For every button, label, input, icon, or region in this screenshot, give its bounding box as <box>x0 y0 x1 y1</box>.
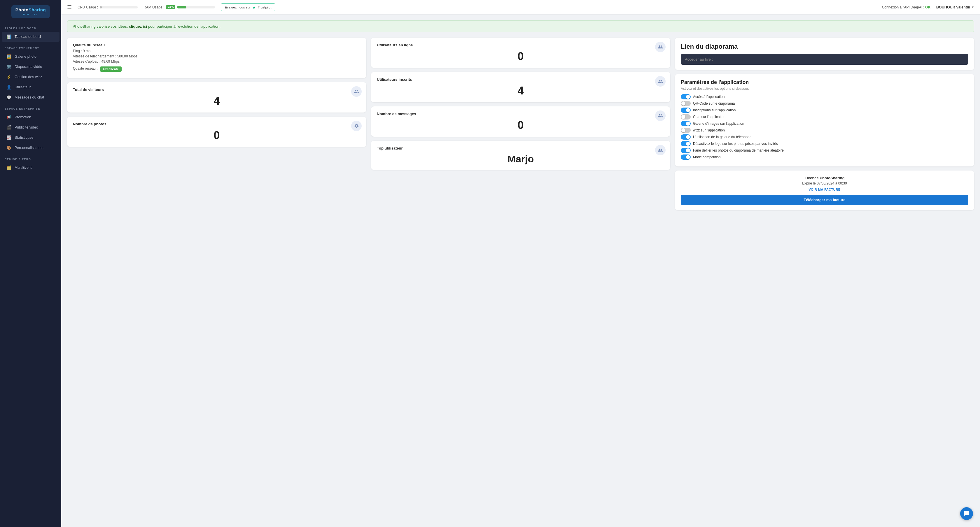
sidebar-item-publicite-video[interactable]: 🎬Publicité vidéo <box>2 122 59 132</box>
app-params-card: Paramètres de l'application Activez et d… <box>675 74 974 167</box>
toggle-knob-acces-app <box>686 95 690 99</box>
toggle-row-qr-code: QR-Code sur le diaporama <box>681 101 968 106</box>
quality-badge: Excellente <box>100 67 122 72</box>
registered-users-title: Utilisateurs inscrits <box>377 77 664 82</box>
toggle-wizz[interactable] <box>681 128 690 133</box>
toggle-label-wizz: wizz sur l'application <box>693 128 725 132</box>
sidebar-item-messages-chat[interactable]: 💬Messages du chat <box>2 92 59 102</box>
toggle-row-inscriptions: Inscriptions sur l'application <box>681 108 968 113</box>
sidebar-item-promotion[interactable]: 📢Promotion <box>2 112 59 122</box>
sidebar-item-diaporama-video[interactable]: ⚙️Diaporama vidéo <box>2 62 59 72</box>
sidebar-item-multievent[interactable]: 🗂️MultiEvent <box>2 163 59 173</box>
online-users-card: Utilisateurs en ligne 0 <box>371 38 670 68</box>
toggle-row-wizz: wizz sur l'application <box>681 128 968 133</box>
sidebar-icon-messages-chat: 💬 <box>6 95 12 100</box>
sidebar-icon-publicite-video: 🎬 <box>6 125 12 130</box>
network-title: Qualité du réseau <box>73 43 361 47</box>
messages-count-icon <box>655 111 666 121</box>
live-link-input[interactable]: Accéder au live : <box>681 54 968 65</box>
api-status: Connexion à l'API DeepAI : OK <box>882 5 931 10</box>
ram-bar-wrapper <box>177 6 215 8</box>
total-visitors-card: Total de visiteurs 4 <box>67 82 366 113</box>
sidebar-label-utilisateur: Utilisateur <box>14 85 31 89</box>
sidebar-icon-statistiques: 📈 <box>6 135 12 140</box>
network-card: Qualité du réseau Ping : 9 ms Vitesse de… <box>67 38 366 78</box>
sidebar-item-galerie-photo[interactable]: 🖼️Galerie photo <box>2 52 59 62</box>
main-area: ☰ CPU Usage : RAM Usage : 24% Évaluez no… <box>61 0 980 527</box>
top-user-value: Marjo <box>377 153 664 165</box>
toggle-galerie-images[interactable] <box>681 121 690 126</box>
sidebar: PhotoSharing Digital TABLEAU DE BORD📊Tab… <box>0 0 61 527</box>
toggle-label-chat: Chat sur l'application <box>693 115 725 119</box>
toggle-acces-app[interactable] <box>681 94 690 99</box>
sidebar-section-title: REMISE À ZÉRO <box>0 153 61 162</box>
logo-area: PhotoSharing Digital <box>0 0 61 22</box>
cpu-bar <box>100 6 102 8</box>
sidebar-item-utilisateur[interactable]: 👤Utilisateur <box>2 82 59 92</box>
banner-link[interactable]: cliquez ici <box>129 24 147 29</box>
toggle-knob-galerie-images <box>686 122 690 125</box>
sidebar-label-statistiques: Statistiques <box>14 135 33 140</box>
toggle-defiler-aleatoire[interactable] <box>681 148 690 153</box>
toggle-label-desactiver-logo: Désactivez le logo sur les photos prises… <box>693 142 778 146</box>
params-subtitle: Activez et désactivez les options ci-des… <box>681 87 968 90</box>
sidebar-icon-personnalisations: 🎨 <box>6 146 12 150</box>
license-card: Licence PhotoSharing Expire le 07/06/202… <box>675 170 974 210</box>
sidebar-item-personnalisations[interactable]: 🎨Personnalisations <box>2 143 59 153</box>
sidebar-section-title: ESPACE ENTREPRISE <box>0 103 61 112</box>
toggle-row-galerie-images: Galerie d'images sur l'application <box>681 121 968 126</box>
sidebar-icon-galerie-photo: 🖼️ <box>6 54 12 59</box>
chat-bubble-button[interactable] <box>960 507 973 520</box>
sidebar-item-tableau-de-bord[interactable]: 📊Tableau de bord <box>2 32 59 42</box>
menu-icon[interactable]: ☰ <box>67 4 72 11</box>
photos-count-icon <box>351 121 362 131</box>
toggle-chat[interactable] <box>681 114 690 119</box>
photos-count-title: Nombre de photos <box>73 122 361 126</box>
sidebar-icon-diaporama-video: ⚙️ <box>6 64 12 69</box>
sidebar-item-gestion-wizz[interactable]: ⚡Gestion des wizz <box>2 72 59 82</box>
toggle-knob-galerie-telephone <box>686 135 690 139</box>
voir-facture-link[interactable]: VOIR MA FACTURE <box>681 188 968 191</box>
ping-value: Ping : 9 ms <box>73 49 361 53</box>
online-users-icon <box>655 42 666 52</box>
toggle-label-mode-competition: Mode compétition <box>693 155 721 159</box>
toggle-inscriptions[interactable] <box>681 108 690 113</box>
license-title: Licence PhotoSharing <box>681 176 968 180</box>
toggle-knob-desactiver-logo <box>686 142 690 146</box>
toggle-qr-code[interactable] <box>681 101 690 106</box>
toggle-mode-competition[interactable] <box>681 154 690 160</box>
sidebar-icon-tableau-de-bord: 📊 <box>6 34 12 39</box>
sidebar-label-messages-chat: Messages du chat <box>14 95 44 99</box>
sidebar-label-personnalisations: Personnalisations <box>14 146 43 150</box>
download-facture-button[interactable]: Télécharger ma facture <box>681 195 968 205</box>
logo-subtitle: Digital <box>16 13 46 16</box>
toggle-label-galerie-telephone: L'utilisation de la galerie du téléphone <box>693 135 751 139</box>
toggle-galerie-telephone[interactable] <box>681 134 690 140</box>
toggle-label-qr-code: QR-Code sur le diaporama <box>693 102 735 106</box>
right-column: Lien du diaporama Accéder au live : Para… <box>675 38 974 210</box>
sidebar-label-diaporama-video: Diaporama vidéo <box>14 65 42 69</box>
online-users-value: 0 <box>377 50 664 63</box>
online-users-title: Utilisateurs en ligne <box>377 43 664 47</box>
toggle-desactiver-logo[interactable] <box>681 141 690 146</box>
trustpilot-label: Évaluez nous sur <box>224 6 250 9</box>
banner-text-after: pour participer à l'évolution de l'appli… <box>148 24 221 29</box>
dashboard-grid: Qualité du réseau Ping : 9 ms Vitesse de… <box>67 38 974 210</box>
toggle-label-defiler-aleatoire: Faire défiler les photos du diaporama de… <box>693 148 784 152</box>
toggle-knob-defiler-aleatoire <box>686 148 690 152</box>
sidebar-label-promotion: Promotion <box>14 115 31 119</box>
total-visitors-icon <box>351 86 362 97</box>
toggle-row-mode-competition: Mode compétition <box>681 154 968 160</box>
cpu-label: CPU Usage : <box>78 5 98 10</box>
ram-label: RAM Usage : <box>143 5 164 10</box>
user-menu[interactable]: BOUHOUR Valentin ▼ <box>936 5 974 10</box>
registered-users-value: 4 <box>377 84 664 97</box>
toggles-container: Accès à l'applicationQR-Code sur le diap… <box>681 94 968 160</box>
license-expiry: Expire le 07/06/2024 à 00:30 <box>681 181 968 186</box>
sidebar-label-multievent: MultiEvent <box>14 165 32 170</box>
sidebar-label-galerie-photo: Galerie photo <box>14 54 37 59</box>
sidebar-item-statistiques[interactable]: 📈Statistiques <box>2 133 59 143</box>
trustpilot-button[interactable]: Évaluez nous sur ★ Trustpilot <box>221 3 275 11</box>
cpu-metric: CPU Usage : <box>78 5 138 10</box>
toggle-knob-inscriptions <box>686 108 690 112</box>
